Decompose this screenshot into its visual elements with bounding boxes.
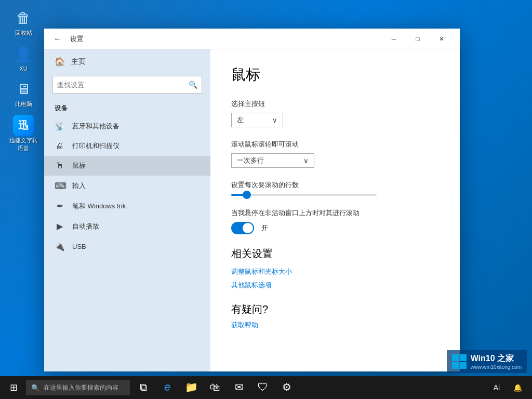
bluetooth-label: 蓝牙和其他设备 xyxy=(72,122,119,131)
brand-name: Win10 之家 xyxy=(471,353,522,364)
toggle-knob xyxy=(243,223,253,233)
nav-item-autoplay[interactable]: ▶ 自动播放 xyxy=(44,216,210,236)
mail-icon: ✉ xyxy=(235,381,244,393)
edge-icon: e xyxy=(164,380,170,394)
autoplay-icon: ▶ xyxy=(55,221,65,231)
faq-link[interactable]: 获取帮助 xyxy=(231,321,439,330)
printer-label: 打印机和扫描仪 xyxy=(72,141,119,151)
taskbar-app-explorer[interactable]: 📁 xyxy=(180,376,203,399)
bluetooth-icon: 📡 xyxy=(55,121,65,131)
taskview-icon: ⧉ xyxy=(140,381,147,393)
input-label: 输入 xyxy=(72,181,86,191)
primary-button-dropdown[interactable]: 左 ∨ xyxy=(231,113,283,127)
usb-label: USB xyxy=(72,243,86,250)
slider-thumb[interactable] xyxy=(243,191,251,199)
tray-notification-icon[interactable]: 🔔 xyxy=(508,376,527,399)
autoplay-label: 自动播放 xyxy=(72,222,99,231)
inactive-scroll-label: 当我悬停在非活动窗口上方时对其进行滚动 xyxy=(231,208,439,218)
search-icon[interactable]: 🔍 xyxy=(189,81,197,89)
desktop-icon-computer[interactable]: 🖥 此电脑 xyxy=(5,76,42,110)
scroll-lines-section: 设置每次要滚动的行数 xyxy=(231,180,439,196)
user-folder-label: XU xyxy=(19,65,27,72)
computer-icon: 🖥 xyxy=(13,78,34,99)
maximize-button[interactable]: □ xyxy=(406,29,430,49)
back-button[interactable]: ← xyxy=(50,32,65,46)
scroll-section: 滚动鼠标滚轮即可滚动 一次多行 ∨ xyxy=(231,140,439,168)
nav-item-pen[interactable]: ✒ 笔和 Windows Ink xyxy=(44,196,210,216)
search-box[interactable]: 🔍 xyxy=(52,76,202,94)
chevron-down-icon: ∨ xyxy=(272,116,277,124)
usb-icon: 🔌 xyxy=(55,242,65,251)
taskbar-app-defender[interactable]: 🛡 xyxy=(251,376,274,399)
taskbar-app-mail[interactable]: ✉ xyxy=(228,376,250,399)
nav-item-printer[interactable]: 🖨 打印机和扫描仪 xyxy=(44,136,210,156)
related-title: 相关设置 xyxy=(231,247,439,261)
left-panel: 🏠 主页 🔍 设备 📡 蓝牙和其他设备 🖨 打印机和扫描仪 🖱 xyxy=(44,49,210,371)
defender-icon: 🛡 xyxy=(258,381,268,393)
pen-label: 笔和 Windows Ink xyxy=(72,202,126,211)
close-button[interactable]: ✕ xyxy=(430,29,454,49)
search-input[interactable] xyxy=(57,81,189,89)
mouse-icon: 🖱 xyxy=(55,161,65,170)
pen-icon: ✒ xyxy=(55,201,65,211)
inactive-scroll-toggle[interactable] xyxy=(231,222,254,234)
slider-track xyxy=(231,194,377,196)
scroll-chevron-icon: ∨ xyxy=(303,157,309,165)
ocr-app-icon: 迅 xyxy=(13,115,34,136)
home-icon: 🏠 xyxy=(55,57,65,66)
window-title: 设置 xyxy=(70,34,84,44)
printer-icon: 🖨 xyxy=(55,141,65,151)
recycle-bin-icon: 🗑 xyxy=(13,7,34,28)
tray-ai-text: Ai xyxy=(494,383,500,392)
mouse-label: 鼠标 xyxy=(72,161,86,170)
scroll-lines-slider[interactable] xyxy=(231,194,439,196)
desktop-icon-recycle[interactable]: 🗑 回收站 xyxy=(5,5,42,39)
taskbar-app-settings[interactable]: ⚙ xyxy=(275,376,298,399)
start-button[interactable]: ⊞ xyxy=(2,376,25,399)
store-icon: 🛍 xyxy=(210,381,220,393)
desktop-icons: 🗑 回收站 👤 XU 🖥 此电脑 迅 迅捷文字转语音 xyxy=(5,5,42,154)
explorer-icon: 📁 xyxy=(185,381,198,393)
taskbar-app-edge[interactable]: e xyxy=(156,376,179,399)
window-controls: ─ □ ✕ xyxy=(382,29,454,49)
desktop-icon-ocr[interactable]: 迅 迅捷文字转语音 xyxy=(5,113,42,154)
settings-icon: ⚙ xyxy=(282,381,291,393)
taskbar-app-taskview[interactable]: ⧉ xyxy=(132,376,155,399)
minimize-button[interactable]: ─ xyxy=(382,29,406,49)
title-bar: ← 设置 ─ □ ✕ xyxy=(44,29,460,49)
link-mouse-options[interactable]: 其他鼠标选项 xyxy=(231,281,439,290)
win10-brand: Win10 之家 www.win10xitong.com xyxy=(447,350,527,373)
home-label: 主页 xyxy=(71,57,86,66)
settings-body: 🏠 主页 🔍 设备 📡 蓝牙和其他设备 🖨 打印机和扫描仪 🖱 xyxy=(44,49,460,371)
input-icon: ⌨ xyxy=(55,181,65,191)
nav-item-bluetooth[interactable]: 📡 蓝牙和其他设备 xyxy=(44,116,210,136)
nav-item-input[interactable]: ⌨ 输入 xyxy=(44,176,210,196)
nav-item-mouse[interactable]: 🖱 鼠标 xyxy=(44,156,210,176)
taskbar-search-placeholder: 在这里输入你要搜索的内容 xyxy=(44,383,118,392)
scroll-value: 一次多行 xyxy=(237,156,264,165)
faq-section: 有疑问? 获取帮助 xyxy=(231,302,439,330)
scroll-dropdown[interactable]: 一次多行 ∨ xyxy=(231,153,314,168)
toggle-state-label: 开 xyxy=(261,223,268,233)
tray-ai-label[interactable]: Ai xyxy=(487,376,506,399)
primary-button-value: 左 xyxy=(237,115,244,125)
nav-item-usb[interactable]: 🔌 USB xyxy=(44,236,210,257)
home-nav-item[interactable]: 🏠 主页 xyxy=(44,49,210,74)
recycle-bin-label: 回收站 xyxy=(15,29,32,37)
page-title: 鼠标 xyxy=(231,65,439,85)
taskbar-apps: ⧉ e 📁 🛍 ✉ 🛡 ⚙ xyxy=(132,376,298,399)
related-settings-section: 相关设置 调整鼠标和光标大小 其他鼠标选项 xyxy=(231,247,439,290)
taskbar-search-box[interactable]: 🔍 在这里输入你要搜索的内容 xyxy=(26,380,130,395)
brand-info: Win10 之家 www.win10xitong.com xyxy=(471,353,522,370)
scroll-label: 滚动鼠标滚轮即可滚动 xyxy=(231,140,439,149)
inactive-scroll-section: 当我悬停在非活动窗口上方时对其进行滚动 开 xyxy=(231,208,439,234)
desktop-icon-user[interactable]: 👤 XU xyxy=(5,42,42,74)
primary-button-label: 选择主按钮 xyxy=(231,99,439,109)
taskbar-app-store[interactable]: 🛍 xyxy=(204,376,227,399)
toggle-row: 开 xyxy=(231,222,439,234)
link-cursor-size[interactable]: 调整鼠标和光标大小 xyxy=(231,267,439,276)
computer-label: 此电脑 xyxy=(15,100,32,108)
taskbar-tray: Ai 🔔 xyxy=(487,376,530,399)
windows-logo xyxy=(452,354,467,369)
faq-title: 有疑问? xyxy=(231,302,439,316)
